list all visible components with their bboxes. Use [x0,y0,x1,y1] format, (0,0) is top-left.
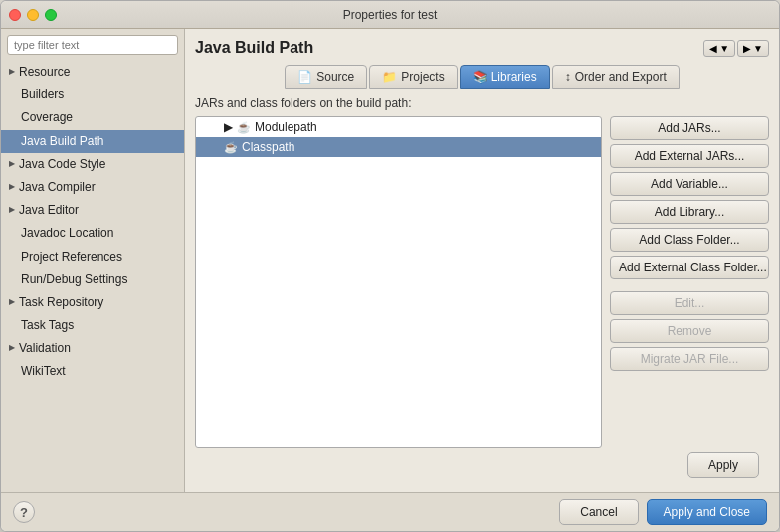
sidebar-item-javadoc-location[interactable]: Javadoc Location [1,222,184,245]
add-external-class-folder-button[interactable]: Add External Class Folder... [610,256,769,279]
modulepath-icon: ☕ [237,121,251,134]
add-class-folder-button[interactable]: Add Class Folder... [610,228,769,252]
footer-right: Cancel Apply and Close [559,499,767,525]
filter-input[interactable] [7,35,178,55]
sidebar-item-project-references[interactable]: Project References [1,246,184,268]
sidebar-item-coverage[interactable]: Coverage [1,106,184,129]
sidebar-item-label: Builders [21,86,64,104]
tab-bar: 📄 Source 📁 Projects 📚 Libraries ↕ Order … [195,65,769,89]
sidebar-item-wikitext[interactable]: WikiText [1,360,184,383]
triangle-icon: ▶ [9,158,15,171]
triangle-icon: ▶ [9,66,15,79]
sidebar-item-java-compiler[interactable]: ▶ Java Compiler [1,176,184,199]
content-area: ▶ Resource Builders Coverage Java Build … [1,29,779,492]
sidebar-item-label: Java Code Style [19,155,105,174]
sidebar-item-label: WikiText [21,362,66,381]
migrate-jar-button[interactable]: Migrate JAR File... [610,347,769,371]
footer: ? Cancel Apply and Close [1,492,779,531]
sidebar: ▶ Resource Builders Coverage Java Build … [1,29,185,492]
titlebar: Properties for test [1,1,779,29]
window-title: Properties for test [343,8,438,22]
apply-close-button[interactable]: Apply and Close [647,499,767,525]
cancel-button[interactable]: Cancel [559,499,638,525]
tab-projects[interactable]: 📁 Projects [369,65,457,89]
sidebar-item-label: Run/Debug Settings [21,270,127,289]
sidebar-item-run-debug-settings[interactable]: Run/Debug Settings [1,268,184,291]
sidebar-item-label: Resource [19,63,70,82]
sidebar-item-java-editor[interactable]: ▶ Java Editor [1,199,184,222]
page-title: Java Build Path [195,39,313,57]
sidebar-item-label: Java Editor [19,201,79,220]
triangle-icon: ▶ [9,204,15,217]
help-button[interactable]: ? [13,501,35,523]
tab-libraries-label: Libraries [491,70,537,84]
nav-back-icon: ◀ [709,43,717,54]
sidebar-item-label: Coverage [21,108,73,127]
add-library-button[interactable]: Add Library... [610,200,769,224]
nav-forward-dropdown-icon: ▼ [753,43,763,54]
panel-description: JARs and class folders on the build path… [195,96,769,110]
edit-button[interactable]: Edit... [610,291,769,315]
panel-left: ▶ ☕ Modulepath ☕ Classpath [195,116,602,448]
sidebar-item-label: Project References [21,248,122,266]
remove-button[interactable]: Remove [610,319,769,343]
tree-panel[interactable]: ▶ ☕ Modulepath ☕ Classpath [195,116,602,448]
tree-item-label: Modulepath [255,120,317,134]
sidebar-item-label: Javadoc Location [21,224,113,243]
libraries-tab-icon: 📚 [473,70,488,84]
triangle-icon: ▶ [9,181,15,194]
sidebar-item-java-code-style[interactable]: ▶ Java Code Style [1,153,184,176]
nav-back-dropdown-icon: ▼ [719,43,729,54]
tab-order-export-label: Order and Export [575,70,667,84]
tab-projects-label: Projects [401,70,444,84]
close-button[interactable] [9,9,21,21]
triangle-icon: ▶ [9,342,15,355]
add-variable-button[interactable]: Add Variable... [610,172,769,196]
main-window: Properties for test ▶ Resource Builders … [0,0,780,532]
sidebar-item-label: Validation [19,339,71,358]
tree-item-classpath[interactable]: ☕ Classpath [196,137,601,157]
nav-back-button[interactable]: ◀ ▼ [703,40,735,57]
classpath-icon: ☕ [224,141,238,154]
sidebar-item-label: Task Tags [21,316,74,335]
sidebar-item-java-build-path[interactable]: Java Build Path [1,130,184,153]
tree-item-label: Classpath [242,140,294,154]
sidebar-item-label: Task Repository [19,293,103,312]
nav-forward-button[interactable]: ▶ ▼ [737,40,769,57]
tab-source-label: Source [316,70,354,84]
traffic-lights [9,9,57,21]
tab-order-export[interactable]: ↕ Order and Export [552,65,680,89]
nav-arrows: ◀ ▼ ▶ ▼ [703,40,769,57]
tree-expand-icon: ▶ [224,120,233,134]
add-external-jars-button[interactable]: Add External JARs... [610,144,769,168]
projects-tab-icon: 📁 [382,70,397,84]
triangle-icon: ▶ [9,296,15,309]
nav-forward-icon: ▶ [743,43,751,54]
sidebar-item-task-repository[interactable]: ▶ Task Repository [1,291,184,314]
main-panel: Java Build Path ◀ ▼ ▶ ▼ 📄 Source [185,29,779,492]
sidebar-item-resource[interactable]: ▶ Resource [1,61,184,84]
add-jars-button[interactable]: Add JARs... [610,116,769,140]
tab-libraries[interactable]: 📚 Libraries [460,65,550,89]
tree-item-modulepath[interactable]: ▶ ☕ Modulepath [196,117,601,137]
tab-source[interactable]: 📄 Source [285,65,367,89]
apply-row: Apply [195,448,769,482]
maximize-button[interactable] [45,9,57,21]
minimize-button[interactable] [27,9,39,21]
apply-button[interactable]: Apply [687,452,759,478]
sidebar-item-task-tags[interactable]: Task Tags [1,314,184,337]
sidebar-item-validation[interactable]: ▶ Validation [1,337,184,360]
order-export-tab-icon: ↕ [565,70,571,84]
main-header: Java Build Path ◀ ▼ ▶ ▼ [195,39,769,57]
sidebar-item-builders[interactable]: Builders [1,84,184,106]
sidebar-item-label: Java Build Path [21,132,103,151]
side-buttons: Add JARs... Add External JARs... Add Var… [610,116,769,448]
sidebar-item-label: Java Compiler [19,178,96,197]
panel-body: ▶ ☕ Modulepath ☕ Classpath Add JARs... [195,116,769,448]
source-tab-icon: 📄 [297,70,312,84]
